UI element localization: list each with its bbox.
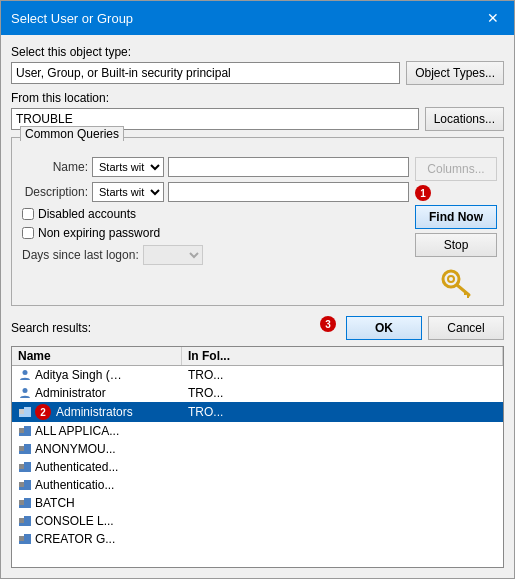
- table-row[interactable]: Authenticatio...: [12, 476, 503, 494]
- name-input[interactable]: [168, 157, 409, 177]
- name-row: Name: Starts with: [18, 157, 409, 177]
- result-name-cell: BATCH: [12, 495, 182, 511]
- search-results-label: Search results:: [11, 321, 91, 335]
- days-label: Days since last logon:: [22, 248, 139, 262]
- svg-rect-22: [19, 500, 24, 505]
- result-name-cell: ALL APPLICA...: [12, 423, 182, 439]
- svg-rect-26: [24, 516, 31, 523]
- svg-point-5: [23, 370, 28, 375]
- stop-button[interactable]: Stop: [415, 233, 497, 257]
- result-name-cell: Authenticated...: [12, 459, 182, 475]
- location-section: From this location: Locations...: [11, 91, 504, 131]
- queries-inner: Name: Starts with Description: Starts wi…: [18, 157, 497, 299]
- common-queries-group: Common Queries Name: Starts with Descrip…: [11, 137, 504, 306]
- table-row[interactable]: BATCH: [12, 494, 503, 512]
- title-bar: Select User or Group ✕: [1, 1, 514, 35]
- table-row[interactable]: CREATOR G...: [12, 530, 503, 548]
- svg-rect-16: [19, 464, 24, 469]
- svg-rect-30: [19, 541, 31, 544]
- svg-line-2: [457, 285, 469, 295]
- result-folder-cell: [182, 448, 503, 450]
- result-folder-cell: TRO...: [182, 385, 503, 401]
- result-folder-cell: TRO...: [182, 367, 503, 383]
- disabled-accounts-row: Disabled accounts: [22, 207, 409, 221]
- locations-button[interactable]: Locations...: [425, 107, 504, 131]
- result-folder-cell: [182, 466, 503, 468]
- svg-rect-29: [24, 534, 31, 541]
- days-row: Days since last logon:: [22, 245, 409, 265]
- table-row[interactable]: CONSOLE L...: [12, 512, 503, 530]
- svg-rect-15: [19, 451, 31, 454]
- object-type-input[interactable]: [11, 62, 400, 84]
- close-button[interactable]: ✕: [482, 7, 504, 29]
- result-name-cell: Administrator: [12, 385, 182, 401]
- result-folder-cell: [182, 520, 503, 522]
- non-expiring-row: Non expiring password: [22, 226, 409, 240]
- svg-rect-20: [24, 480, 31, 487]
- table-row[interactable]: Authenticated...: [12, 458, 503, 476]
- table-row[interactable]: AdministratorTRO...: [12, 384, 503, 402]
- svg-rect-25: [19, 518, 24, 523]
- svg-rect-11: [24, 426, 31, 433]
- result-folder-cell: [182, 484, 503, 486]
- non-expiring-checkbox[interactable]: [22, 227, 34, 239]
- svg-point-6: [23, 388, 28, 393]
- desc-starts-with-select[interactable]: Starts with: [92, 182, 164, 202]
- object-type-row: Object Types...: [11, 61, 504, 85]
- result-folder-cell: TRO...: [182, 404, 503, 420]
- svg-rect-9: [19, 414, 31, 417]
- svg-rect-14: [24, 444, 31, 451]
- common-queries-tab: Common Queries: [20, 126, 124, 141]
- cancel-button[interactable]: Cancel: [428, 316, 504, 340]
- results-table: Name In Fol... Aditya Singh (…TRO... Adm…: [11, 346, 504, 568]
- svg-rect-23: [24, 498, 31, 505]
- svg-rect-12: [19, 433, 31, 436]
- table-row[interactable]: ANONYMOU...: [12, 440, 503, 458]
- result-name-cell: Aditya Singh (…: [12, 367, 182, 383]
- object-type-label: Select this object type:: [11, 45, 504, 59]
- queries-left: Name: Starts with Description: Starts wi…: [18, 157, 409, 299]
- columns-button: Columns...: [415, 157, 497, 181]
- select-user-dialog: Select User or Group ✕ Select this objec…: [0, 0, 515, 579]
- result-name-cell: Authenticatio...: [12, 477, 182, 493]
- description-input[interactable]: [168, 182, 409, 202]
- name-starts-with-select[interactable]: Starts with: [92, 157, 164, 177]
- result-name-cell: 2Administrators: [12, 403, 182, 421]
- svg-point-1: [448, 276, 454, 282]
- svg-rect-21: [19, 487, 31, 490]
- svg-rect-27: [19, 523, 31, 526]
- disabled-accounts-checkbox[interactable]: [22, 208, 34, 220]
- header-name[interactable]: Name: [12, 347, 182, 365]
- results-body[interactable]: Aditya Singh (…TRO... AdministratorTRO..…: [12, 366, 503, 567]
- search-results-row: Search results: 3OK Cancel: [11, 316, 504, 340]
- key-icon: [439, 265, 473, 299]
- svg-rect-18: [19, 469, 31, 472]
- result-folder-cell: [182, 502, 503, 504]
- svg-rect-13: [19, 446, 24, 451]
- svg-rect-28: [19, 536, 24, 541]
- header-folder[interactable]: In Fol...: [182, 347, 503, 365]
- object-types-button[interactable]: Object Types...: [406, 61, 504, 85]
- name-label: Name:: [18, 160, 88, 174]
- result-folder-cell: [182, 538, 503, 540]
- location-label: From this location:: [11, 91, 504, 105]
- dialog-body: Select this object type: Object Types...…: [1, 35, 514, 578]
- find-now-button[interactable]: Find Now: [415, 205, 497, 229]
- table-row[interactable]: 2AdministratorsTRO...: [12, 402, 503, 422]
- result-name-cell: CREATOR G...: [12, 531, 182, 547]
- annotation-1: 1: [415, 185, 431, 201]
- ok-cancel-row: 3OK Cancel: [320, 316, 504, 340]
- table-row[interactable]: ALL APPLICA...: [12, 422, 503, 440]
- svg-rect-24: [19, 505, 31, 508]
- results-header: Name In Fol...: [12, 347, 503, 366]
- table-row[interactable]: Aditya Singh (…TRO...: [12, 366, 503, 384]
- svg-rect-19: [19, 482, 24, 487]
- dialog-title: Select User or Group: [11, 11, 133, 26]
- result-folder-cell: [182, 430, 503, 432]
- queries-right: Columns... 1 Find Now Stop: [415, 157, 497, 299]
- svg-rect-7: [19, 409, 24, 414]
- disabled-accounts-label: Disabled accounts: [38, 207, 136, 221]
- ok-button[interactable]: OK: [346, 316, 422, 340]
- non-expiring-label: Non expiring password: [38, 226, 160, 240]
- key-icon-area: [415, 265, 497, 299]
